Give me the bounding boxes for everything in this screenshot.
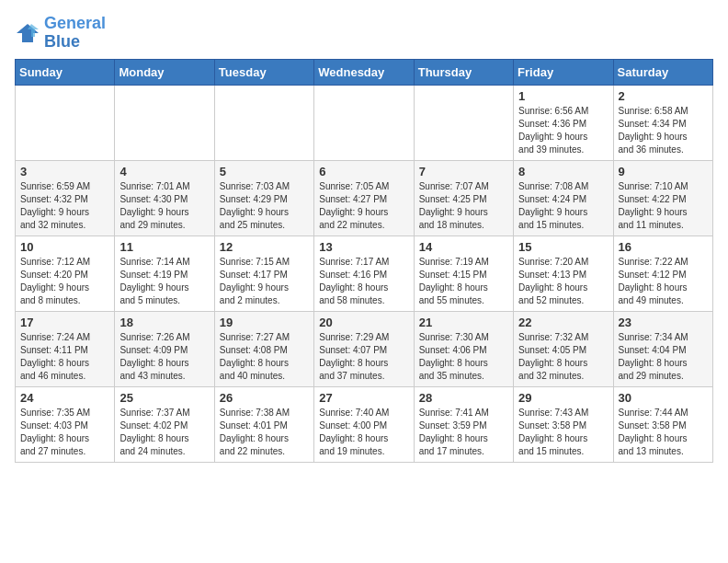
day-number: 2 <box>619 89 708 103</box>
day-number: 20 <box>319 316 408 329</box>
svg-marker-0 <box>17 24 39 42</box>
day-info: Sunrise: 7:12 AM Sunset: 4:20 PM Dayligh… <box>20 256 109 307</box>
day-info: Sunrise: 7:37 AM Sunset: 4:02 PM Dayligh… <box>119 407 209 458</box>
logo-icon <box>15 20 40 46</box>
day-number: 21 <box>419 316 508 329</box>
calendar-cell: 13Sunrise: 7:17 AM Sunset: 4:16 PM Dayli… <box>314 236 414 311</box>
day-info: Sunrise: 7:03 AM Sunset: 4:29 PM Dayligh… <box>220 180 309 232</box>
calendar-cell: 25Sunrise: 7:37 AM Sunset: 4:02 PM Dayli… <box>115 386 214 462</box>
calendar-cell: 7Sunrise: 7:07 AM Sunset: 4:25 PM Daylig… <box>414 160 513 236</box>
day-number: 17 <box>20 316 109 329</box>
day-number: 11 <box>119 240 209 254</box>
calendar-cell: 20Sunrise: 7:29 AM Sunset: 4:07 PM Dayli… <box>314 311 414 386</box>
calendar-cell: 24Sunrise: 7:35 AM Sunset: 4:03 PM Dayli… <box>16 386 115 462</box>
day-number: 4 <box>119 165 209 178</box>
calendar-cell <box>214 85 313 160</box>
day-info: Sunrise: 6:59 AM Sunset: 4:32 PM Dayligh… <box>20 180 109 232</box>
calendar-cell <box>16 85 115 160</box>
day-info: Sunrise: 6:56 AM Sunset: 4:36 PM Dayligh… <box>518 105 608 156</box>
calendar-week-row: 10Sunrise: 7:12 AM Sunset: 4:20 PM Dayli… <box>16 236 713 311</box>
calendar-cell: 26Sunrise: 7:38 AM Sunset: 4:01 PM Dayli… <box>214 386 313 462</box>
day-info: Sunrise: 7:14 AM Sunset: 4:19 PM Dayligh… <box>119 256 209 307</box>
day-of-week-header: Monday <box>115 59 214 85</box>
day-number: 14 <box>419 240 508 254</box>
calendar-cell: 6Sunrise: 7:05 AM Sunset: 4:27 PM Daylig… <box>314 160 414 236</box>
day-of-week-header: Thursday <box>414 59 513 85</box>
calendar-cell <box>414 85 513 160</box>
day-of-week-header: Sunday <box>16 59 115 85</box>
day-number: 12 <box>220 240 309 254</box>
calendar-week-row: 3Sunrise: 6:59 AM Sunset: 4:32 PM Daylig… <box>16 160 713 236</box>
calendar-cell: 10Sunrise: 7:12 AM Sunset: 4:20 PM Dayli… <box>16 236 115 311</box>
day-info: Sunrise: 7:41 AM Sunset: 3:59 PM Dayligh… <box>419 407 508 458</box>
calendar-cell: 17Sunrise: 7:24 AM Sunset: 4:11 PM Dayli… <box>16 311 115 386</box>
day-number: 30 <box>619 391 708 405</box>
day-number: 26 <box>220 391 309 405</box>
day-number: 10 <box>20 240 109 254</box>
calendar-cell: 8Sunrise: 7:08 AM Sunset: 4:24 PM Daylig… <box>514 160 613 236</box>
day-info: Sunrise: 7:07 AM Sunset: 4:25 PM Dayligh… <box>419 180 508 232</box>
day-info: Sunrise: 7:44 AM Sunset: 3:58 PM Dayligh… <box>619 407 708 458</box>
day-of-week-header: Wednesday <box>314 59 414 85</box>
calendar-cell: 5Sunrise: 7:03 AM Sunset: 4:29 PM Daylig… <box>214 160 313 236</box>
day-number: 9 <box>619 165 708 178</box>
day-info: Sunrise: 7:01 AM Sunset: 4:30 PM Dayligh… <box>119 180 209 232</box>
day-info: Sunrise: 7:17 AM Sunset: 4:16 PM Dayligh… <box>319 256 408 307</box>
day-info: Sunrise: 6:58 AM Sunset: 4:34 PM Dayligh… <box>619 105 708 156</box>
day-info: Sunrise: 7:24 AM Sunset: 4:11 PM Dayligh… <box>20 331 109 383</box>
day-number: 8 <box>518 165 608 178</box>
day-info: Sunrise: 7:30 AM Sunset: 4:06 PM Dayligh… <box>419 331 508 383</box>
day-number: 15 <box>518 240 608 254</box>
day-info: Sunrise: 7:26 AM Sunset: 4:09 PM Dayligh… <box>119 331 209 383</box>
day-info: Sunrise: 7:40 AM Sunset: 4:00 PM Dayligh… <box>319 407 408 458</box>
calendar-cell: 21Sunrise: 7:30 AM Sunset: 4:06 PM Dayli… <box>414 311 513 386</box>
calendar-week-row: 1Sunrise: 6:56 AM Sunset: 4:36 PM Daylig… <box>16 85 713 160</box>
day-number: 29 <box>518 391 608 405</box>
calendar-cell: 16Sunrise: 7:22 AM Sunset: 4:12 PM Dayli… <box>613 236 712 311</box>
day-number: 5 <box>220 165 309 178</box>
day-info: Sunrise: 7:38 AM Sunset: 4:01 PM Dayligh… <box>220 407 309 458</box>
day-number: 7 <box>419 165 508 178</box>
calendar-cell: 19Sunrise: 7:27 AM Sunset: 4:08 PM Dayli… <box>214 311 313 386</box>
day-of-week-header: Tuesday <box>214 59 313 85</box>
logo-text: General Blue <box>44 15 106 52</box>
day-info: Sunrise: 7:35 AM Sunset: 4:03 PM Dayligh… <box>20 407 109 458</box>
calendar-cell <box>314 85 414 160</box>
calendar-cell: 2Sunrise: 6:58 AM Sunset: 4:34 PM Daylig… <box>613 85 712 160</box>
day-number: 27 <box>319 391 408 405</box>
day-of-week-header: Friday <box>514 59 613 85</box>
calendar-cell: 1Sunrise: 6:56 AM Sunset: 4:36 PM Daylig… <box>514 85 613 160</box>
day-info: Sunrise: 7:05 AM Sunset: 4:27 PM Dayligh… <box>319 180 408 232</box>
day-info: Sunrise: 7:20 AM Sunset: 4:13 PM Dayligh… <box>518 256 608 307</box>
calendar-cell: 4Sunrise: 7:01 AM Sunset: 4:30 PM Daylig… <box>115 160 214 236</box>
calendar-cell: 28Sunrise: 7:41 AM Sunset: 3:59 PM Dayli… <box>414 386 513 462</box>
calendar-header-row: SundayMondayTuesdayWednesdayThursdayFrid… <box>16 59 713 85</box>
day-info: Sunrise: 7:22 AM Sunset: 4:12 PM Dayligh… <box>619 256 708 307</box>
day-info: Sunrise: 7:32 AM Sunset: 4:05 PM Dayligh… <box>518 331 608 383</box>
day-info: Sunrise: 7:15 AM Sunset: 4:17 PM Dayligh… <box>220 256 309 307</box>
day-number: 16 <box>619 240 708 254</box>
calendar-cell: 9Sunrise: 7:10 AM Sunset: 4:22 PM Daylig… <box>613 160 712 236</box>
calendar-cell: 29Sunrise: 7:43 AM Sunset: 3:58 PM Dayli… <box>514 386 613 462</box>
calendar-cell: 22Sunrise: 7:32 AM Sunset: 4:05 PM Dayli… <box>514 311 613 386</box>
calendar-week-row: 17Sunrise: 7:24 AM Sunset: 4:11 PM Dayli… <box>16 311 713 386</box>
day-number: 18 <box>119 316 209 329</box>
day-number: 28 <box>419 391 508 405</box>
day-number: 1 <box>518 89 608 103</box>
day-number: 19 <box>220 316 309 329</box>
logo: General Blue <box>15 15 106 52</box>
calendar-cell: 11Sunrise: 7:14 AM Sunset: 4:19 PM Dayli… <box>115 236 214 311</box>
page-header: General Blue <box>15 15 713 52</box>
calendar-cell <box>115 85 214 160</box>
day-number: 6 <box>319 165 408 178</box>
calendar-cell: 3Sunrise: 6:59 AM Sunset: 4:32 PM Daylig… <box>16 160 115 236</box>
calendar-cell: 27Sunrise: 7:40 AM Sunset: 4:00 PM Dayli… <box>314 386 414 462</box>
day-number: 24 <box>20 391 109 405</box>
day-info: Sunrise: 7:34 AM Sunset: 4:04 PM Dayligh… <box>619 331 708 383</box>
calendar-cell: 18Sunrise: 7:26 AM Sunset: 4:09 PM Dayli… <box>115 311 214 386</box>
day-info: Sunrise: 7:08 AM Sunset: 4:24 PM Dayligh… <box>518 180 608 232</box>
day-of-week-header: Saturday <box>613 59 712 85</box>
calendar-cell: 30Sunrise: 7:44 AM Sunset: 3:58 PM Dayli… <box>613 386 712 462</box>
day-number: 22 <box>518 316 608 329</box>
day-info: Sunrise: 7:19 AM Sunset: 4:15 PM Dayligh… <box>419 256 508 307</box>
